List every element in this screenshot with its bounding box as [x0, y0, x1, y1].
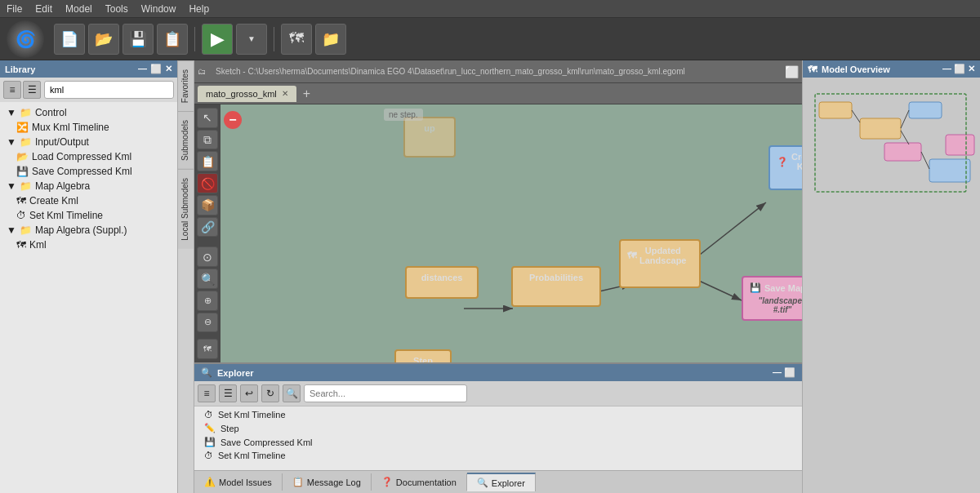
node-label-text: CreateKml	[791, 152, 802, 171]
tree-item-create-kml[interactable]: 🗺 Create Kml	[13, 193, 174, 208]
tree-group-control[interactable]: ▼ 📁 Control	[3, 105, 174, 120]
ws-copy-btn[interactable]: ⧉	[197, 130, 218, 150]
run-button[interactable]: ▶	[202, 24, 233, 55]
tree-item-set-kml-timeline[interactable]: ⏱ Set Kml Timeline	[13, 208, 174, 223]
library-search-input[interactable]	[44, 81, 174, 99]
node-updated-landscape[interactable]: 🗺 UpdatedLandscape	[619, 239, 701, 288]
library-header-icons: — ⬜ ✕	[138, 64, 172, 74]
menu-tools[interactable]: Tools	[105, 3, 128, 15]
menu-edit[interactable]: Edit	[35, 3, 52, 15]
save-button[interactable]: 💾	[122, 24, 154, 55]
item-icon: ✏️	[204, 423, 216, 433]
node-distances[interactable]: distances	[405, 266, 479, 299]
tree-item-save-compressed[interactable]: 💾 Save Compressed Kml	[13, 164, 174, 179]
svg-rect-11	[909, 102, 942, 118]
create-kml-icon: ❓	[777, 157, 788, 167]
explorer-search-input[interactable]	[304, 384, 467, 402]
workspace[interactable]: ↖ ⧉ 📋 🚫 📦 🔗 ⊙ 🔍 ⊕ ⊖ 🗺	[194, 104, 802, 362]
vtab-submodels[interactable]: Submodels	[178, 111, 194, 169]
tree-item-kml[interactable]: 🗺 Kml	[13, 238, 174, 252]
btab-documentation[interactable]: ❓ Documentation	[372, 473, 467, 491]
node-save-map[interactable]: 💾 Save Map "landscape# #.tif"	[742, 276, 802, 321]
minimize-icon[interactable]: —	[942, 64, 951, 73]
restore-icon[interactable]: ⬜	[150, 64, 162, 74]
menu-help[interactable]: Help	[189, 3, 209, 15]
item-text: Save Compressed Kml	[220, 437, 313, 447]
ws-link-btn[interactable]: 🔗	[197, 217, 218, 238]
item-icon: 💾	[204, 437, 216, 447]
maximize-canvas-icon[interactable]: ⬜	[785, 65, 799, 78]
ws-zoom-out-btn[interactable]: ⊖	[197, 313, 218, 333]
minimize-icon[interactable]: —	[138, 64, 147, 74]
vtab-local-submodels[interactable]: Local Submodels	[178, 169, 194, 249]
explorer-item-set-kml-timeline-1[interactable]: ⏱ Set Kml Timeline	[201, 408, 795, 421]
svg-rect-13	[929, 159, 970, 182]
svg-rect-10	[860, 118, 901, 139]
explorer-tree-btn[interactable]: ≡	[198, 384, 216, 402]
item-label: Set Kml Timeline	[29, 210, 103, 221]
stop-button[interactable]: −	[224, 111, 242, 129]
explorer-item-set-kml-timeline-2[interactable]: ⏱ Set Kml Timeline	[201, 449, 795, 462]
mux-icon: 🔀	[16, 122, 29, 133]
new-button[interactable]: 📄	[54, 24, 85, 55]
btab-explorer[interactable]: 🔍 Explorer	[467, 473, 536, 491]
tree-item-load-compressed[interactable]: 📂 Load Compressed Kml	[13, 149, 174, 164]
svg-line-16	[901, 110, 909, 128]
vtab-favorites[interactable]: Favorites	[178, 60, 194, 111]
node-create-kml[interactable]: ❓ CreateKml	[768, 145, 802, 190]
tree-item-mux-kml[interactable]: 🔀 Mux Kml Timeline	[13, 120, 174, 135]
open-folder-button[interactable]: 📁	[315, 24, 346, 55]
ws-overview-btn[interactable]: 🗺	[197, 339, 218, 359]
explorer-refresh-btn[interactable]: ↻	[261, 384, 279, 402]
explorer-list-btn[interactable]: ☰	[219, 384, 237, 402]
explorer-search-btn[interactable]: 🔍	[283, 384, 301, 402]
explorer-back-btn[interactable]: ↩	[240, 384, 258, 402]
canvas-tab-active[interactable]: mato_grosso_kml ✕	[198, 86, 296, 102]
menu-file[interactable]: File	[7, 3, 22, 15]
minimize-icon[interactable]: —	[773, 367, 782, 377]
tree-group-inputoutput[interactable]: ▼ 📁 Input/Output	[3, 135, 174, 149]
saveas-button[interactable]: 📋	[157, 24, 188, 55]
btab-message-log[interactable]: 📋 Message Log	[283, 473, 372, 491]
open-button[interactable]: 📂	[88, 24, 119, 55]
tree-view-button[interactable]: ≡	[3, 81, 21, 99]
node-up[interactable]: up	[403, 117, 456, 158]
expand-arrow: ▼	[7, 180, 16, 192]
ws-select-btn[interactable]: ↖	[197, 108, 218, 128]
item-label: Create Kml	[29, 195, 78, 207]
ws-paste-btn[interactable]: 📋	[197, 151, 218, 171]
map-algebra-suppl-children: 🗺 Kml	[13, 238, 174, 252]
restore-icon[interactable]: ⬜	[784, 367, 795, 377]
node-label: up	[412, 123, 448, 133]
menu-window[interactable]: Window	[141, 3, 176, 15]
explorer-item-step[interactable]: ✏️ Step	[201, 421, 795, 435]
vertical-tabs: Favorites Submodels Local Submodels	[178, 60, 194, 493]
restore-icon[interactable]: ⬜	[954, 64, 965, 73]
add-tab-button[interactable]: +	[298, 87, 315, 101]
tree-group-map-algebra[interactable]: ▼ 📁 Map Algebra	[3, 179, 174, 193]
ws-zoom-in-btn[interactable]: 🔍	[197, 269, 218, 289]
map-button[interactable]: 🗺	[281, 24, 312, 55]
issues-icon: ⚠️	[204, 477, 216, 487]
separator1	[194, 27, 195, 51]
ws-delete-btn[interactable]: 🚫	[197, 173, 218, 193]
tree-group-map-algebra-suppl[interactable]: ▼ 📁 Map Algebra (Suppl.)	[3, 223, 174, 238]
close-icon[interactable]: ✕	[165, 64, 172, 74]
node-probabilities[interactable]: Probabilities	[511, 266, 601, 307]
run-dropdown[interactable]: ▼	[236, 24, 267, 55]
expand-arrow: ▼	[7, 107, 16, 118]
ws-submodel-btn[interactable]: 📦	[197, 195, 218, 215]
ws-zoom-fit-btn[interactable]: ⊙	[197, 246, 218, 267]
bottom-panel: 🔍 Explorer — ⬜ ≡ ☰ ↩ ↻ 🔍 ⏱ Set Kml	[194, 362, 802, 493]
btab-model-issues[interactable]: ⚠️ Model Issues	[194, 473, 283, 491]
doc-icon: ❓	[381, 477, 393, 487]
tab-close-icon[interactable]: ✕	[282, 89, 288, 98]
explorer-item-save-compressed[interactable]: 💾 Save Compressed Kml	[201, 435, 795, 449]
node-label: Step	[403, 356, 443, 362]
menu-model[interactable]: Model	[65, 3, 92, 15]
ws-zoom-in2-btn[interactable]: ⊕	[197, 291, 218, 311]
list-view-button[interactable]: ☰	[23, 81, 41, 99]
node-step[interactable]: Step	[394, 349, 452, 362]
close-icon[interactable]: ✕	[968, 64, 975, 73]
library-panel: Library — ⬜ ✕ ≡ ☰ ▼ 📁 Control 🔀	[0, 60, 178, 493]
